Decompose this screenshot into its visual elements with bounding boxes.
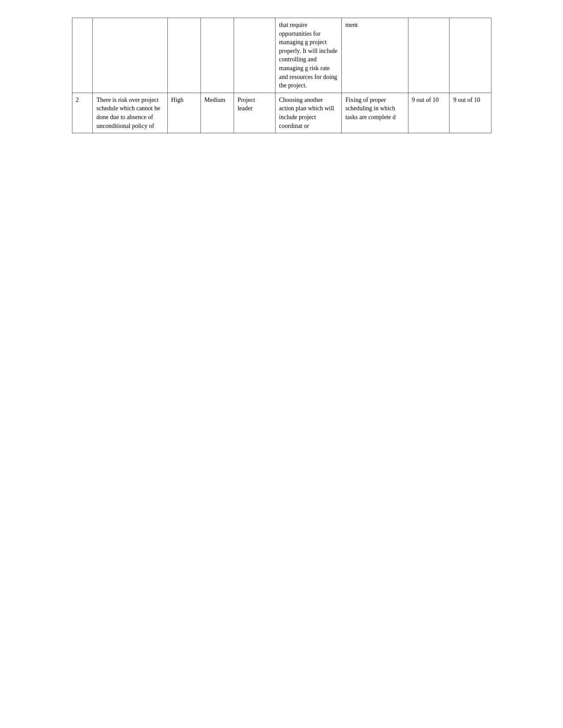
- cell-2-3: High: [167, 93, 200, 133]
- cell-2-1: 2: [72, 93, 93, 133]
- cell-2-4: Medium: [200, 93, 234, 133]
- cell-2-5: Project leader: [234, 93, 275, 133]
- cell-1-5: [234, 18, 275, 93]
- cell-1-9: [450, 18, 491, 93]
- cell-2-6: Choosing another action plan which will …: [275, 93, 341, 133]
- cell-1-7: ment: [342, 18, 408, 93]
- cell-2-7: Fixing of proper scheduling in which tas…: [342, 93, 408, 133]
- cell-1-1: [72, 18, 93, 93]
- cell-1-3: [167, 18, 200, 93]
- cell-1-6: that require opportunities for managing …: [275, 18, 341, 93]
- page-container: that require opportunities for managing …: [72, 18, 491, 133]
- table-row: 2 There is risk over project schedule wh…: [72, 93, 491, 133]
- risk-table: that require opportunities for managing …: [72, 18, 491, 133]
- cell-2-8: 9 out of 10: [408, 93, 450, 133]
- cell-1-4: [200, 18, 234, 93]
- cell-2-2: There is risk over project schedule whic…: [93, 93, 167, 133]
- cell-2-9: 9 out of 10: [450, 93, 491, 133]
- table-row: that require opportunities for managing …: [72, 18, 491, 93]
- cell-1-2: [93, 18, 167, 93]
- cell-1-8: [408, 18, 450, 93]
